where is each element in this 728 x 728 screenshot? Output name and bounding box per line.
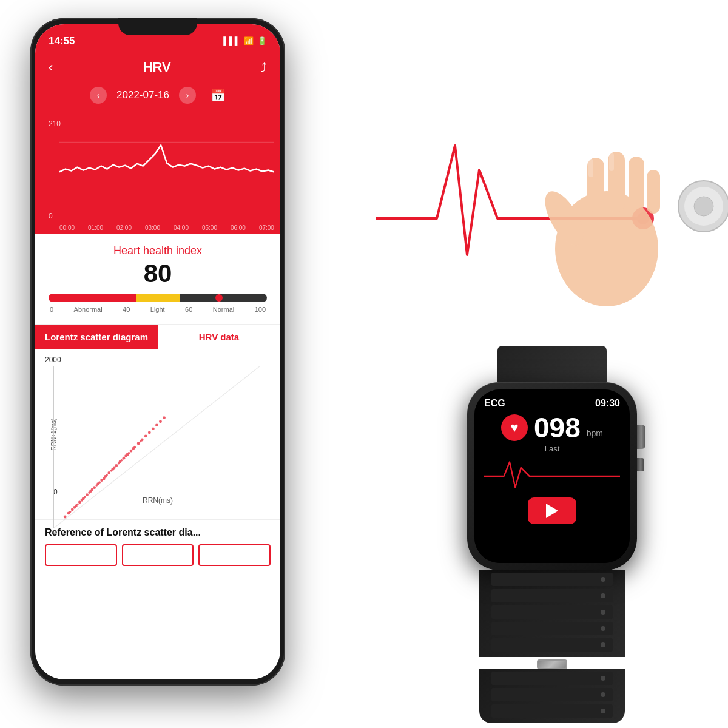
date-row: ‹ 2022-07-16 › 📅 (35, 83, 280, 112)
next-date-button[interactable]: › (179, 87, 196, 104)
svg-point-37 (128, 452, 130, 454)
watch-screen: ECG 09:30 ♥ 098 bpm Last (474, 389, 630, 563)
gauge-label-0: 0 (50, 306, 53, 313)
svg-point-61 (694, 197, 713, 216)
watch-case: ECG 09:30 ♥ 098 bpm Last (467, 382, 637, 570)
back-button[interactable]: ‹ (49, 59, 53, 75)
x-label-5: 05:00 (202, 224, 217, 231)
svg-point-30 (144, 435, 147, 438)
svg-rect-58 (609, 153, 614, 171)
x-label-1: 01:00 (88, 224, 103, 231)
gauge-normal-zone (180, 294, 267, 302)
svg-point-36 (121, 459, 123, 462)
svg-rect-55 (629, 157, 644, 211)
svg-point-40 (152, 428, 155, 431)
svg-line-1 (54, 366, 260, 528)
svg-point-19 (115, 464, 118, 467)
status-icons: ▌▌▌ 📶 🔋 (223, 36, 267, 46)
health-index-section: Heart health index 80 0 Abnormal 40 Ligh… (35, 234, 280, 322)
svg-point-35 (106, 474, 108, 476)
svg-point-6 (78, 501, 81, 504)
scatter-svg (53, 366, 274, 528)
gauge-label-normal: Normal (213, 306, 234, 313)
phone-screen: 14:55 ▌▌▌ 📶 🔋 ‹ HRV ⤴ ‹ 2022-07-16 (35, 24, 280, 679)
battery-icon: 🔋 (257, 36, 267, 46)
x-label-2: 02:00 (116, 224, 132, 231)
watch-bpm-value: 098 (534, 414, 581, 442)
health-index-title: Heart health index (49, 244, 267, 257)
svg-point-41 (155, 424, 158, 427)
watch-side-button (637, 458, 644, 471)
svg-point-11 (93, 486, 96, 489)
gauge-abnormal-zone (49, 294, 136, 302)
x-label-0: 00:00 (59, 224, 75, 231)
top-nav: ‹ HRV ⤴ (35, 52, 280, 83)
svg-point-3 (71, 508, 74, 511)
phone: 14:55 ▌▌▌ 📶 🔋 ‹ HRV ⤴ ‹ 2022-07-16 (30, 18, 285, 686)
watch-time-display: 09:30 (595, 398, 620, 409)
watch-play-button[interactable] (528, 497, 576, 524)
reference-title: Reference of Lorentz scatter dia... (45, 527, 271, 538)
svg-point-39 (148, 431, 151, 434)
svg-point-44 (95, 484, 98, 487)
svg-point-27 (132, 447, 135, 450)
svg-point-8 (81, 499, 84, 502)
play-icon (546, 504, 558, 518)
ref-box-2 (122, 544, 194, 566)
calendar-icon[interactable]: 📅 (211, 88, 226, 103)
app-tabs: Lorentz scatter diagram HRV data (35, 324, 280, 349)
gauge-label-abnormal: Abnormal (74, 306, 103, 313)
svg-point-24 (124, 454, 127, 457)
watch-ecg-label: ECG (484, 398, 505, 409)
chevron-left-icon: ‹ (97, 90, 100, 100)
svg-point-43 (163, 416, 166, 419)
gauge-label-100: 100 (255, 306, 266, 313)
svg-point-33 (84, 496, 86, 499)
prev-date-button[interactable]: ‹ (90, 87, 107, 104)
signal-icon: ▌▌▌ (223, 36, 240, 46)
svg-point-5 (73, 506, 76, 509)
tab-lorentz[interactable]: Lorentz scatter diagram (35, 325, 158, 349)
health-index-value: 80 (49, 260, 267, 288)
svg-point-22 (123, 457, 126, 460)
scatter-y-top: 2000 (45, 356, 61, 364)
svg-point-12 (91, 488, 94, 491)
reference-boxes (45, 544, 271, 566)
svg-point-32 (76, 504, 79, 506)
phone-notch (118, 18, 197, 35)
x-label-6: 06:00 (231, 224, 246, 231)
x-label-3: 03:00 (145, 224, 160, 231)
gauge-label-40: 40 (123, 306, 130, 313)
scatter-diagram: 2000 RRN+1(ms) 0 RRN(ms) (35, 349, 280, 519)
wifi-icon: 📶 (244, 36, 254, 46)
svg-point-46 (140, 440, 142, 443)
gauge-marker (215, 294, 223, 302)
watch-ecg-chart (484, 458, 620, 491)
svg-point-25 (130, 450, 133, 453)
svg-point-48 (88, 491, 90, 494)
share-button[interactable]: ⤴ (261, 61, 267, 75)
nav-title: HRV (143, 59, 171, 75)
watch-bpm-row: ♥ 098 bpm (501, 414, 603, 442)
x-label-4: 04:00 (174, 224, 189, 231)
svg-point-31 (69, 511, 72, 513)
status-time: 14:55 (49, 35, 75, 47)
chart-x-labels: 00:00 01:00 02:00 03:00 04:00 05:00 06:0… (59, 224, 274, 231)
tab-hrv-data[interactable]: HRV data (158, 325, 280, 349)
svg-point-9 (86, 494, 89, 497)
ref-box-1 (45, 544, 117, 566)
watch-last-label: Last (545, 444, 560, 453)
chevron-right-icon: › (186, 90, 189, 100)
gauge-light-zone (136, 294, 180, 302)
gauge-label-light: Light (150, 306, 165, 313)
x-label-7: 07:00 (259, 224, 274, 231)
svg-rect-56 (647, 170, 660, 214)
gauge-label-60: 60 (185, 306, 192, 313)
hand-ecg-svg (376, 49, 728, 352)
watch-crown (637, 425, 645, 449)
svg-point-17 (107, 471, 110, 474)
chart-y-zero: 0 (49, 212, 53, 220)
heart-symbol: ♥ (510, 420, 518, 436)
ref-box-3 (198, 544, 271, 566)
gauge-bar (49, 294, 267, 302)
